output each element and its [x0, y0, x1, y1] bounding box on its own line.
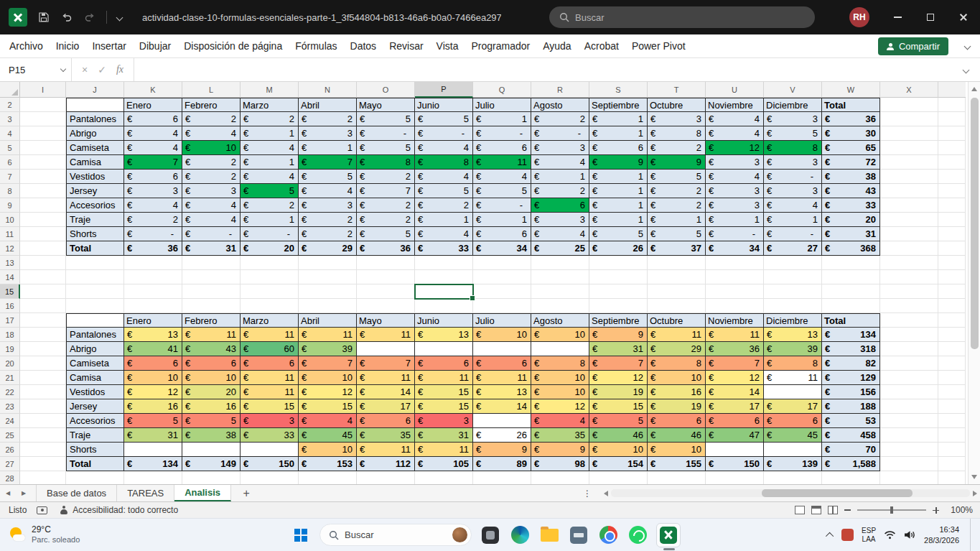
cell-M25[interactable]: €33: [241, 428, 299, 443]
tray-expand-icon[interactable]: [826, 532, 834, 540]
cell-M10[interactable]: €1: [241, 213, 299, 227]
cell-J25[interactable]: Traje: [66, 428, 124, 443]
cell-K3[interactable]: €6: [124, 112, 182, 126]
cell-I19[interactable]: [20, 342, 66, 356]
cell-N17[interactable]: Abril: [299, 313, 357, 328]
cell-L6[interactable]: €2: [182, 155, 241, 170]
cell-Q10[interactable]: €1: [473, 213, 531, 227]
cell-X18[interactable]: [880, 328, 938, 342]
maximize-button[interactable]: [914, 0, 947, 34]
cell-R27[interactable]: €98: [531, 457, 589, 471]
vertical-scrollbar-thumb[interactable]: [971, 98, 979, 349]
cell-O20[interactable]: €7: [357, 356, 415, 371]
cell-J26[interactable]: Shorts: [66, 443, 124, 457]
cell-M16[interactable]: [241, 299, 299, 313]
cell-N4[interactable]: €3: [299, 126, 357, 141]
cell-P18[interactable]: €13: [415, 328, 473, 342]
cell-Q20[interactable]: €6: [473, 356, 531, 371]
cell-S6[interactable]: €9: [589, 155, 648, 170]
cell-K13[interactable]: [124, 256, 182, 270]
cell-J23[interactable]: Jersey: [66, 399, 124, 414]
cell-O9[interactable]: €2: [357, 198, 415, 213]
cell-M15[interactable]: [241, 284, 299, 299]
cell-T13[interactable]: [648, 256, 706, 270]
cell-I26[interactable]: [20, 443, 66, 457]
cell-J22[interactable]: Vestidos: [66, 385, 124, 399]
column-header-T[interactable]: T: [648, 82, 706, 98]
row-header-21[interactable]: 21: [0, 371, 20, 385]
cell-O18[interactable]: €11: [357, 328, 415, 342]
cell-N3[interactable]: €2: [299, 112, 357, 126]
ribbon-tab-f-rmulas[interactable]: Fórmulas: [289, 34, 343, 57]
sheet-tab-analisis[interactable]: Analisis: [174, 485, 231, 501]
cell-P20[interactable]: €6: [415, 356, 473, 371]
cell-L28[interactable]: [182, 471, 241, 484]
cell-U8[interactable]: €3: [706, 184, 764, 198]
cell-L17[interactable]: Febrero: [182, 313, 241, 328]
cell-R10[interactable]: €3: [531, 213, 589, 227]
cell-T26[interactable]: €10: [648, 443, 706, 457]
scroll-up-icon[interactable]: [971, 87, 977, 91]
cell-U20[interactable]: €7: [706, 356, 764, 371]
cell-I18[interactable]: [20, 328, 66, 342]
cell-X25[interactable]: [880, 428, 938, 443]
column-header-I[interactable]: I: [20, 82, 66, 98]
cell-N13[interactable]: [299, 256, 357, 270]
row-header-11[interactable]: 11: [0, 227, 20, 241]
cell-S11[interactable]: €5: [589, 227, 648, 241]
cell-P2[interactable]: Junio: [415, 98, 473, 112]
redo-icon[interactable]: [83, 11, 96, 24]
cell-S22[interactable]: €19: [589, 385, 648, 399]
wifi-icon[interactable]: [884, 529, 896, 540]
row-header-17[interactable]: 17: [0, 313, 20, 328]
cell-M18[interactable]: €11: [241, 328, 299, 342]
cell-R25[interactable]: €35: [531, 428, 589, 443]
cell-K4[interactable]: €4: [124, 126, 182, 141]
cell-V15[interactable]: [764, 284, 822, 299]
cell-U2[interactable]: Noviembre: [706, 98, 764, 112]
cell-I21[interactable]: [20, 371, 66, 385]
cell-T25[interactable]: €46: [648, 428, 706, 443]
cell-N26[interactable]: €10: [299, 443, 357, 457]
cell-O28[interactable]: [357, 471, 415, 484]
cell-J21[interactable]: Camisa: [66, 371, 124, 385]
cell-M13[interactable]: [241, 256, 299, 270]
cell-N14[interactable]: [299, 270, 357, 284]
zoom-level[interactable]: 100%: [946, 505, 973, 515]
cell-L26[interactable]: [182, 443, 241, 457]
cell-Q21[interactable]: €11: [473, 371, 531, 385]
cell-N16[interactable]: [299, 299, 357, 313]
cell-S24[interactable]: €5: [589, 414, 648, 428]
cell-V13[interactable]: [764, 256, 822, 270]
cell-P16[interactable]: [415, 299, 473, 313]
column-header-J[interactable]: J: [66, 82, 124, 98]
cell-T17[interactable]: Octubre: [648, 313, 706, 328]
cell-T2[interactable]: Octubre: [648, 98, 706, 112]
cell-P22[interactable]: €15: [415, 385, 473, 399]
cell-P5[interactable]: €4: [415, 141, 473, 155]
row-header-25[interactable]: 25: [0, 428, 20, 443]
cell-U12[interactable]: €34: [706, 241, 764, 256]
cell-J18[interactable]: Pantalones: [66, 328, 124, 342]
cell-U5[interactable]: €12: [706, 141, 764, 155]
cell-I17[interactable]: [20, 313, 66, 328]
cell-S3[interactable]: €1: [589, 112, 648, 126]
cell-L3[interactable]: €2: [182, 112, 241, 126]
cell-W15[interactable]: [822, 284, 880, 299]
cell-N24[interactable]: €4: [299, 414, 357, 428]
cell-P7[interactable]: €4: [415, 170, 473, 184]
cell-X9[interactable]: [880, 198, 938, 213]
cell-U17[interactable]: Noviembre: [706, 313, 764, 328]
cell-T7[interactable]: €5: [648, 170, 706, 184]
column-header-M[interactable]: M: [241, 82, 299, 98]
cell-Q8[interactable]: €5: [473, 184, 531, 198]
cell-W20[interactable]: €82: [822, 356, 880, 371]
cell-L8[interactable]: €3: [182, 184, 241, 198]
cell-K19[interactable]: €41: [124, 342, 182, 356]
cell-S16[interactable]: [589, 299, 648, 313]
cell-Q2[interactable]: Julio: [473, 98, 531, 112]
add-sheet-button[interactable]: +: [237, 485, 256, 501]
cell-Q17[interactable]: Julio: [473, 313, 531, 328]
cell-I27[interactable]: [20, 457, 66, 471]
taskbar-weather[interactable]: 29°C Parc. soleado: [0, 525, 80, 544]
